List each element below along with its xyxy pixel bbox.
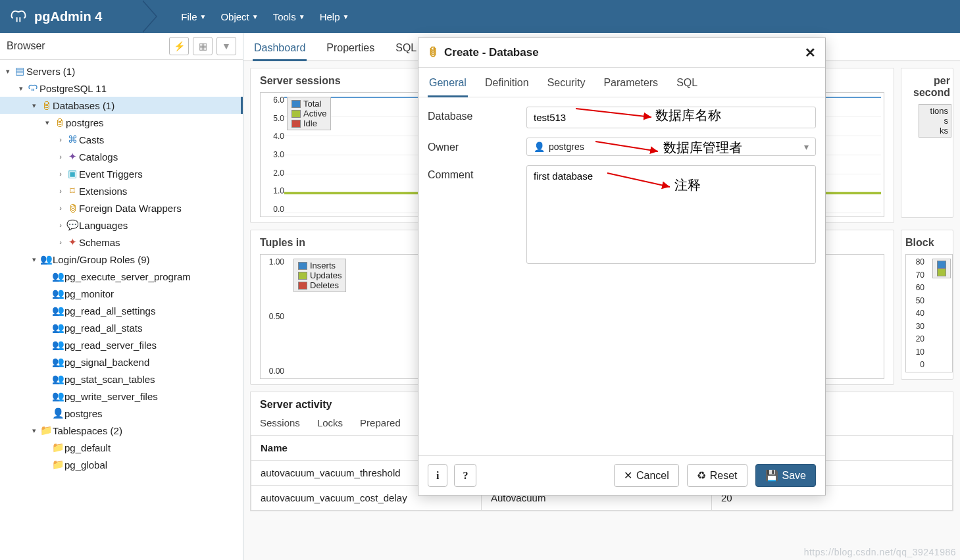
tree-catalogs[interactable]: ›✦Catalogs bbox=[0, 148, 243, 165]
panel-per-second: per second tionssks bbox=[901, 68, 953, 218]
database-icon: 🛢 bbox=[53, 117, 66, 128]
trigger-icon: ▣ bbox=[66, 168, 79, 180]
tree-db-postgres[interactable]: ▾🛢postgres bbox=[0, 114, 243, 131]
fdw-icon: 🛢 bbox=[66, 203, 79, 214]
subtab-locks[interactable]: Locks bbox=[317, 417, 343, 428]
tablespace-icon: 📁 bbox=[39, 424, 53, 436]
database-icon: 🛢 bbox=[428, 46, 439, 59]
tree-casts[interactable]: ›⌘Casts bbox=[0, 131, 243, 148]
role-icon: 👥 bbox=[51, 322, 64, 334]
role-icon: 👥 bbox=[51, 339, 64, 351]
tree-role[interactable]: 👥pg_stat_scan_tables bbox=[0, 370, 243, 388]
menu-file[interactable]: File▼ bbox=[181, 11, 206, 22]
info-button[interactable]: i bbox=[428, 464, 447, 487]
tree-role[interactable]: 👥pg_monitor bbox=[0, 285, 243, 302]
watermark: https://blog.csdn.net/qq_39241986 bbox=[804, 547, 956, 557]
dialog-tab-security[interactable]: Security bbox=[546, 73, 587, 97]
tree-role[interactable]: 👥pg_read_all_settings bbox=[0, 302, 243, 319]
subtab-prepared[interactable]: Prepared bbox=[360, 417, 401, 428]
tree-tablespace[interactable]: 📁pg_default bbox=[0, 439, 243, 456]
elephant-icon bbox=[9, 7, 28, 26]
panel-block: Block 80706050403020100 bbox=[901, 230, 953, 380]
folder-icon: 📁 bbox=[51, 442, 64, 453]
view-data-button[interactable]: ▦ bbox=[193, 37, 213, 55]
database-name-input[interactable] bbox=[526, 107, 816, 128]
app-logo: pgAdmin 4 bbox=[0, 0, 141, 33]
tree-login-roles[interactable]: ▾👥Login/Group Roles (9) bbox=[0, 251, 243, 268]
tree-tablespace[interactable]: 📁pg_global bbox=[0, 456, 243, 473]
dialog-tab-sql[interactable]: SQL bbox=[675, 73, 699, 97]
query-tool-button[interactable]: ⚡ bbox=[169, 37, 189, 55]
servers-icon: ▤ bbox=[13, 65, 26, 77]
owner-select[interactable]: 👤postgres ▾ bbox=[526, 138, 816, 156]
create-database-dialog: 🛢Create - Database ✕ General Definition … bbox=[418, 38, 826, 496]
label-comment: Comment bbox=[428, 165, 526, 181]
main-menu: File▼ Object▼ Tools▼ Help▼ bbox=[181, 11, 349, 22]
save-button[interactable]: 💾Save bbox=[755, 464, 816, 487]
save-icon: 💾 bbox=[765, 469, 778, 482]
close-icon: ✕ bbox=[624, 469, 632, 482]
tree-languages[interactable]: ›💬Languages bbox=[0, 216, 243, 234]
app-title: pgAdmin 4 bbox=[34, 9, 102, 24]
cancel-button[interactable]: ✕Cancel bbox=[614, 464, 679, 487]
menu-help[interactable]: Help▼ bbox=[320, 11, 349, 22]
role-icon: 👥 bbox=[51, 373, 64, 385]
tree-role[interactable]: 👤postgres bbox=[0, 405, 243, 422]
recycle-icon: ♻ bbox=[697, 469, 706, 482]
menu-tools[interactable]: Tools▼ bbox=[273, 11, 305, 22]
help-button[interactable]: ? bbox=[454, 464, 476, 487]
chevron-down-icon: ▼ bbox=[252, 13, 259, 20]
tree-servers[interactable]: ▾▤Servers (1) bbox=[0, 63, 243, 80]
role-icon: 👥 bbox=[51, 305, 64, 317]
chevron-down-icon: ▼ bbox=[299, 13, 305, 20]
user-icon: 👤 bbox=[534, 141, 545, 152]
reset-button[interactable]: ♻Reset bbox=[687, 464, 747, 487]
role-icon: 👥 bbox=[51, 356, 64, 368]
roles-icon: 👥 bbox=[39, 253, 53, 265]
role-icon: 👥 bbox=[51, 390, 64, 402]
chart-legend: Inserts Updates Deletes bbox=[293, 259, 346, 292]
label-database: Database bbox=[428, 107, 526, 122]
tab-dashboard[interactable]: Dashboard bbox=[253, 37, 307, 61]
tree-schemas[interactable]: ›✦Schemas bbox=[0, 234, 243, 251]
schema-icon: ✦ bbox=[66, 236, 79, 248]
chevron-down-icon: ▼ bbox=[200, 13, 207, 20]
tree-role[interactable]: 👥pg_execute_server_program bbox=[0, 268, 243, 285]
chevron-down-icon: ▼ bbox=[342, 13, 349, 20]
tree-fdw[interactable]: ›🛢Foreign Data Wrappers bbox=[0, 199, 243, 216]
browser-sidebar: Browser ⚡ ▦ ▼ ▾▤Servers (1) ▾PostgreSQL … bbox=[0, 33, 243, 560]
tree-role[interactable]: 👥pg_signal_backend bbox=[0, 353, 243, 370]
role-icon: 👤 bbox=[51, 407, 64, 419]
extension-icon: ⌑ bbox=[66, 185, 79, 197]
tree-event-triggers[interactable]: ›▣Event Triggers bbox=[0, 165, 243, 182]
object-tree[interactable]: ▾▤Servers (1) ▾PostgreSQL 11 ▾🛢Databases… bbox=[0, 60, 243, 476]
chevron-down-icon: ▾ bbox=[804, 141, 809, 152]
database-icon: 🛢 bbox=[39, 100, 53, 111]
comment-textarea[interactable] bbox=[526, 165, 816, 264]
tab-properties[interactable]: Properties bbox=[325, 37, 376, 61]
dialog-tab-definition[interactable]: Definition bbox=[484, 73, 530, 97]
tree-server-pg11[interactable]: ▾PostgreSQL 11 bbox=[0, 80, 243, 97]
role-icon: 👥 bbox=[51, 288, 64, 299]
tree-role[interactable]: 👥pg_read_all_stats bbox=[0, 319, 243, 336]
tree-databases[interactable]: ▾🛢Databases (1) bbox=[0, 97, 243, 114]
tree-role[interactable]: 👥pg_write_server_files bbox=[0, 388, 243, 405]
subtab-sessions[interactable]: Sessions bbox=[260, 417, 300, 428]
tab-sql[interactable]: SQL bbox=[394, 37, 418, 61]
filter-button[interactable]: ▼ bbox=[216, 37, 236, 55]
menu-object[interactable]: Object▼ bbox=[220, 11, 258, 22]
dialog-tab-general[interactable]: General bbox=[428, 73, 468, 97]
app-header: pgAdmin 4 File▼ Object▼ Tools▼ Help▼ bbox=[0, 0, 960, 33]
role-icon: 👥 bbox=[51, 270, 64, 282]
tree-extensions[interactable]: ›⌑Extensions bbox=[0, 182, 243, 199]
tree-tablespaces[interactable]: ▾📁Tablespaces (2) bbox=[0, 422, 243, 439]
language-icon: 💬 bbox=[66, 219, 79, 231]
tree-role[interactable]: 👥pg_read_server_files bbox=[0, 336, 243, 353]
dialog-tab-parameters[interactable]: Parameters bbox=[602, 73, 659, 97]
cast-icon: ⌘ bbox=[66, 134, 79, 145]
label-owner: Owner bbox=[428, 138, 526, 153]
chart-legend: Total Active Idle bbox=[287, 97, 331, 130]
catalog-icon: ✦ bbox=[66, 151, 79, 163]
folder-icon: 📁 bbox=[51, 459, 64, 471]
close-icon[interactable]: ✕ bbox=[805, 45, 816, 61]
